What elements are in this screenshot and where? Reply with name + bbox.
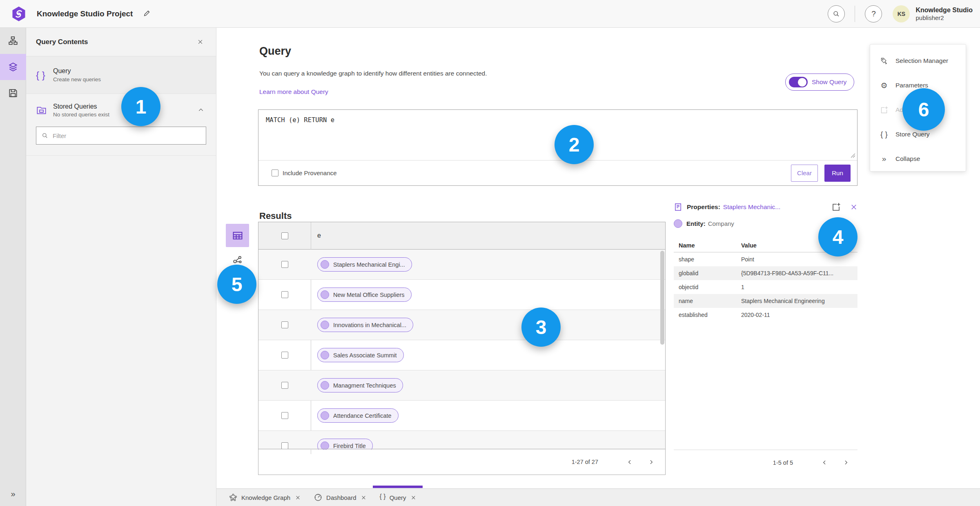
entity-dot-icon bbox=[321, 290, 329, 299]
page-title: Query bbox=[259, 45, 291, 58]
row-checkbox[interactable] bbox=[281, 321, 288, 328]
results-next-page-button[interactable] bbox=[645, 456, 657, 468]
table-row[interactable]: Sales Associate Summit bbox=[258, 340, 665, 370]
stored-queries-section: Stored Queries No stored queries exist bbox=[26, 94, 216, 156]
properties-entity-link[interactable]: Staplers Mechanic... bbox=[723, 203, 780, 211]
results-title: Results bbox=[259, 211, 292, 221]
rail-item-data-model[interactable] bbox=[0, 28, 26, 54]
close-tab-icon[interactable] bbox=[411, 495, 416, 500]
menu-item-collapse[interactable]: » Collapse bbox=[870, 147, 966, 171]
learn-more-link[interactable]: Learn more about Query bbox=[259, 88, 328, 96]
page-description: You can query a knowledge graph to ident… bbox=[259, 70, 487, 77]
annotation-badge-2: 2 bbox=[555, 125, 594, 164]
close-properties-icon[interactable] bbox=[850, 203, 858, 211]
row-checkbox[interactable] bbox=[281, 261, 288, 268]
entity-dot-icon bbox=[321, 441, 329, 450]
table-scrollbar[interactable] bbox=[660, 251, 664, 449]
resize-handle[interactable] bbox=[851, 153, 855, 158]
close-tab-icon[interactable] bbox=[295, 495, 301, 500]
properties-pagination-label: 1-5 of 5 bbox=[773, 459, 793, 466]
row-checkbox[interactable] bbox=[281, 291, 288, 298]
close-tab-icon[interactable] bbox=[361, 495, 366, 500]
results-prev-page-button[interactable] bbox=[624, 456, 636, 468]
tab-query[interactable]: { } Query bbox=[373, 489, 423, 506]
scrollbar-thumb[interactable] bbox=[660, 251, 664, 345]
entity-chip[interactable]: Managment Techniques bbox=[317, 378, 403, 392]
save-icon bbox=[8, 88, 18, 98]
entity-dot-icon bbox=[321, 411, 329, 420]
entity-chip[interactable]: Sales Associate Summit bbox=[317, 348, 404, 362]
property-row: objectid 1 bbox=[674, 280, 858, 294]
row-checkbox[interactable] bbox=[281, 442, 288, 449]
query-contents-panel: Query Contents { } Query Create new quer… bbox=[26, 28, 216, 506]
properties-next-page-button[interactable] bbox=[840, 457, 852, 469]
menu-item-selection-manager[interactable]: Selection Manager bbox=[870, 49, 966, 73]
entity-chip-label: Innovations in Mechanical... bbox=[333, 322, 406, 328]
show-query-toggle[interactable]: Show Query bbox=[785, 74, 854, 91]
rail-item-save[interactable] bbox=[0, 80, 26, 106]
table-row[interactable]: Staplers Mechanical Engi... bbox=[258, 250, 665, 280]
property-value: 2020-02-11 bbox=[741, 312, 858, 318]
account-info[interactable]: Knowledge Studio publisher2 bbox=[915, 7, 973, 21]
clear-button[interactable]: Clear bbox=[791, 165, 818, 182]
filter-field[interactable] bbox=[36, 127, 206, 145]
row-checkbox[interactable] bbox=[281, 382, 288, 389]
collapse-section-button[interactable] bbox=[196, 105, 206, 116]
run-button[interactable]: Run bbox=[824, 165, 851, 182]
entity-chip[interactable]: Firebird Title bbox=[317, 439, 373, 450]
row-checkbox[interactable] bbox=[281, 412, 288, 419]
query-item-title: Query bbox=[53, 67, 101, 75]
entity-chip[interactable]: Innovations in Mechanical... bbox=[317, 318, 413, 332]
double-chevron-right-icon: » bbox=[879, 154, 889, 164]
entity-chip[interactable]: Staplers Mechanical Engi... bbox=[317, 257, 412, 272]
include-provenance-checkbox[interactable] bbox=[272, 169, 278, 176]
entity-chip[interactable]: Attendance Certificate bbox=[317, 408, 399, 423]
show-query-label: Show Query bbox=[812, 78, 846, 86]
search-button[interactable] bbox=[828, 5, 845, 22]
table-view-button[interactable] bbox=[226, 224, 249, 247]
rail-item-contents[interactable] bbox=[0, 54, 26, 80]
select-all-checkbox[interactable] bbox=[281, 232, 288, 239]
left-rail: » bbox=[0, 28, 26, 506]
table-row[interactable]: Innovations in Mechanical... bbox=[258, 310, 665, 340]
app-root: Knowledge Studio Project ? KS Knowledge … bbox=[0, 0, 980, 506]
entity-chip[interactable]: New Metal Office Suppliers bbox=[317, 288, 412, 302]
table-row[interactable]: Managment Techniques bbox=[258, 370, 665, 401]
main-content: Query You can query a knowledge graph to… bbox=[216, 28, 980, 488]
tab-dashboard[interactable]: Dashboard bbox=[307, 489, 373, 506]
folder-icon bbox=[36, 105, 53, 116]
layers-icon bbox=[8, 62, 18, 72]
results-table: e Staplers Mechanical Engi... New Metal … bbox=[258, 222, 666, 475]
edit-title-icon[interactable] bbox=[143, 9, 151, 18]
editor-footer: Include Provenance Clear Run bbox=[258, 160, 857, 185]
table-row[interactable]: New Metal Office Suppliers bbox=[258, 280, 665, 310]
menu-item-label: Selection Manager bbox=[895, 57, 948, 65]
table-row[interactable]: Attendance Certificate bbox=[258, 401, 665, 431]
properties-prev-page-button[interactable] bbox=[818, 457, 831, 469]
column-header-e[interactable]: e bbox=[317, 232, 321, 239]
topbar-right-group: ? KS Knowledge Studio publisher2 bbox=[828, 0, 973, 28]
add-to-map-icon bbox=[879, 105, 889, 115]
property-value: {5D9B4713-F98D-4A53-A59F-C11... bbox=[741, 270, 858, 276]
properties-footer: 1-5 of 5 bbox=[674, 450, 858, 475]
link-chart-icon bbox=[232, 255, 243, 265]
user-avatar[interactable]: KS bbox=[893, 5, 910, 22]
property-value: Staplers Mechanical Engineering bbox=[741, 298, 858, 304]
row-checkbox[interactable] bbox=[281, 352, 288, 359]
expand-rail-button[interactable]: » bbox=[0, 489, 26, 499]
results-pagination-label: 1-27 of 27 bbox=[572, 459, 598, 465]
tab-label: Dashboard bbox=[326, 494, 356, 501]
property-row: name Staplers Mechanical Engineering bbox=[674, 294, 858, 308]
help-button[interactable]: ? bbox=[865, 5, 882, 22]
annotation-badge-6: 6 bbox=[902, 88, 945, 131]
close-panel-button[interactable] bbox=[194, 36, 206, 48]
menu-item-label: Store Query bbox=[895, 131, 930, 138]
tab-knowledge-graph[interactable]: Knowledge Graph bbox=[222, 489, 307, 506]
table-row[interactable]: Firebird Title bbox=[258, 431, 665, 450]
account-name: Knowledge Studio bbox=[915, 7, 973, 14]
query-editor[interactable]: MATCH (e) RETURN e bbox=[266, 116, 334, 124]
add-to-map-icon[interactable] bbox=[831, 202, 841, 212]
property-value: Point bbox=[741, 256, 858, 263]
filter-input[interactable] bbox=[53, 132, 201, 139]
sidebar-item-query[interactable]: { } Query Create new queries bbox=[26, 56, 216, 94]
